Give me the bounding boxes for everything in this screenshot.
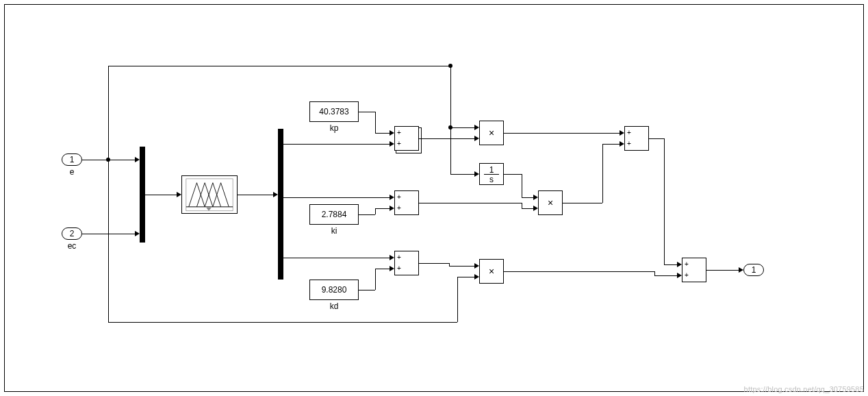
sum-pi-plus2: + [627, 140, 631, 147]
fuzzy-membership-icon [182, 176, 237, 214]
sum-pi[interactable]: + + [624, 126, 649, 151]
wire [450, 66, 451, 127]
fuzzy-logic-block[interactable] [181, 175, 238, 214]
watermark-text: https://blog.csdn.net/qq_30759585 [744, 385, 864, 393]
wire [450, 127, 474, 128]
product-d-glyph: × [489, 266, 494, 277]
wire [283, 197, 390, 198]
wire [449, 266, 474, 267]
wire [706, 270, 739, 271]
arrowhead-icon [135, 157, 140, 162]
arrowhead-icon [474, 263, 479, 269]
wire [359, 214, 375, 215]
wire [375, 112, 376, 133]
wire [649, 138, 664, 139]
integrator-block[interactable]: 1 s [479, 163, 504, 185]
wire [283, 258, 390, 258]
outport-1[interactable]: 1 [743, 264, 764, 276]
sum-kd[interactable]: + + [394, 251, 419, 275]
constant-kd[interactable]: 9.8280 [309, 280, 359, 300]
wire [419, 263, 449, 264]
constant-kp[interactable]: 40.3783 [309, 101, 359, 122]
sum-kd-plus1: + [397, 254, 401, 261]
constant-ki[interactable]: 2.7884 [309, 204, 359, 225]
arrowhead-icon [390, 255, 394, 260]
arrowhead-icon [620, 130, 624, 136]
constant-ki-label: ki [309, 226, 359, 236]
product-p[interactable]: × [479, 121, 504, 145]
arrowhead-icon [273, 192, 278, 197]
arrowhead-icon [739, 267, 743, 273]
wire [504, 133, 620, 134]
wire [238, 195, 273, 195]
wire [359, 112, 375, 112]
wire [504, 271, 654, 272]
wire [457, 277, 458, 322]
simulink-canvas: 1 e 2 ec 40.3783 kp + + × 1 s [0, 0, 868, 396]
demux-block[interactable] [278, 129, 283, 280]
constant-kd-label: kd [309, 301, 359, 311]
wire [654, 275, 677, 276]
wire [108, 160, 109, 322]
arrowhead-icon [474, 274, 479, 280]
sum-final-plus1: + [685, 261, 689, 268]
wire [375, 269, 390, 269]
inport-e-number: 1 [70, 155, 75, 164]
wire [504, 174, 522, 175]
constant-kp-value: 40.3783 [319, 107, 348, 116]
sum-kd-plus2: + [397, 265, 401, 272]
wire [419, 203, 522, 203]
arrowhead-icon [177, 192, 181, 197]
wire [108, 66, 450, 66]
sum-final-plus2: + [685, 272, 689, 279]
wire [419, 138, 474, 139]
wire [522, 174, 522, 197]
arrowhead-icon [390, 141, 394, 147]
constant-kd-value: 9.8280 [322, 285, 347, 295]
wire [82, 234, 135, 234]
wire [522, 203, 522, 208]
arrowhead-icon [620, 141, 624, 147]
arrowhead-icon [474, 136, 479, 141]
constant-kp-label: kp [309, 123, 359, 133]
arrowhead-icon [474, 125, 479, 130]
wire [457, 277, 474, 277]
product-i-glyph: × [548, 197, 553, 208]
wire [145, 195, 177, 195]
wire [450, 127, 451, 174]
integrator-den: s [480, 175, 503, 184]
wire [450, 174, 474, 175]
product-p-glyph: × [489, 127, 494, 138]
sum-final[interactable]: + + [682, 258, 706, 282]
arrowhead-icon [390, 266, 394, 271]
wire [375, 208, 376, 214]
svg-marker-2 [206, 208, 212, 211]
wire [375, 208, 390, 209]
sum-pi-plus1: + [627, 129, 631, 136]
mux-block[interactable] [140, 147, 145, 243]
sum-kp-plus2: + [397, 140, 401, 147]
inport-e[interactable]: 1 [62, 153, 82, 166]
inport-ec-label: ec [62, 241, 82, 251]
integrator-num: 1 [480, 165, 503, 175]
product-i[interactable]: × [538, 190, 563, 215]
wire [602, 144, 620, 145]
arrowhead-icon [390, 130, 394, 136]
wire [522, 197, 533, 198]
wire [664, 138, 665, 264]
wire [108, 66, 109, 160]
wire [375, 133, 390, 134]
outport-1-number: 1 [752, 265, 756, 275]
product-d[interactable]: × [479, 259, 504, 284]
arrowhead-icon [390, 195, 394, 200]
arrowhead-icon [533, 206, 538, 211]
sum-ki[interactable]: + + [394, 190, 419, 215]
sum-kp-plus1: + [397, 129, 401, 136]
inport-ec-number: 2 [70, 229, 75, 238]
inport-ec[interactable]: 2 [62, 227, 82, 240]
wire [375, 269, 376, 290]
arrowhead-icon [390, 206, 394, 211]
wire [283, 144, 390, 145]
constant-ki-value: 2.7884 [322, 210, 347, 219]
sum-kp[interactable]: + + [394, 126, 419, 151]
